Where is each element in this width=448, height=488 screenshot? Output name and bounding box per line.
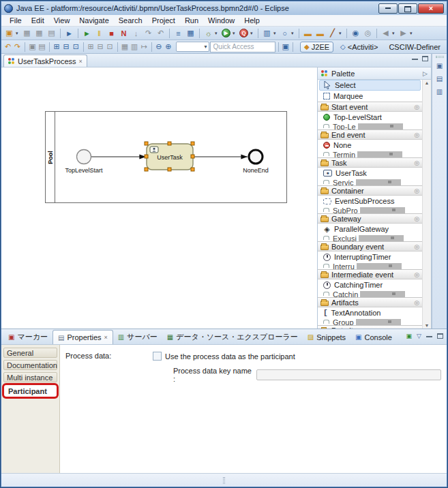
pin-drawer-icon[interactable]: ◎	[414, 327, 419, 329]
properties-tab-participant[interactable]: Participant	[5, 386, 56, 396]
palette-drawer-end-event[interactable]: End event ◎	[318, 129, 422, 140]
save-icon[interactable]: ▦	[21, 28, 33, 39]
palette-item-clipped[interactable]: Interru	[318, 262, 422, 269]
palette-header[interactable]: Palette ▷	[318, 67, 431, 80]
palette-item-top-levelstart[interactable]: Top-LevelStart	[318, 112, 422, 123]
properties-tab-documentation[interactable]: Documentation	[3, 360, 57, 370]
palette-item-catchingtimer[interactable]: CatchingTimer	[318, 279, 422, 290]
detach-view-icon[interactable]: ▣	[406, 333, 413, 339]
palette-drawer-intermediate-event[interactable]: Intermediate event ◎	[318, 269, 422, 279]
new-wizard-icon[interactable]: ▣	[3, 28, 15, 39]
paste-icon[interactable]: ▤	[38, 42, 46, 52]
palette-item-clipped[interactable]: Group	[318, 318, 422, 325]
miniature-view-icon[interactable]: ▥	[434, 86, 445, 97]
distribute-v-icon[interactable]: ⊟	[96, 42, 105, 52]
redo-icon[interactable]: ↷	[13, 42, 22, 52]
process-data-key-name-input[interactable]	[256, 369, 441, 380]
coverage-dropdown-icon[interactable]	[250, 31, 255, 36]
new-package-dropdown-icon[interactable]	[273, 31, 278, 36]
palette-item-clipped[interactable]: Servic	[318, 179, 422, 185]
match-size-icon[interactable]: ⊡	[106, 42, 115, 52]
pin-drawer-icon[interactable]: ◎	[414, 243, 419, 250]
menu-edit[interactable]: Edit	[27, 16, 48, 25]
editor-tab-usertaskprocess[interactable]: UserTaskProcess ×	[3, 55, 87, 67]
palette-item-clipped[interactable]: Termin	[318, 151, 422, 157]
grid-icon[interactable]: ▦	[120, 42, 129, 52]
stop-icon[interactable]: ■	[106, 28, 117, 39]
select-pointer-icon[interactable]: ►	[63, 28, 75, 39]
palette-item-eventsubprocess[interactable]: EventSubProcess	[318, 196, 422, 207]
close-tab-icon[interactable]: ×	[79, 58, 83, 65]
close-window-button[interactable]	[418, 3, 444, 14]
align-left-icon[interactable]: ⊞	[53, 42, 61, 52]
menu-window[interactable]: Window	[204, 16, 239, 25]
pin-drawer-icon[interactable]: ◎	[414, 132, 419, 138]
run-dropdown-icon[interactable]	[233, 31, 237, 36]
tab-data-source-explorer[interactable]: ▦ データ・ソース・エクスプローラー	[162, 330, 303, 344]
palette-item-interruptingtimer[interactable]: InterruptingTimer	[318, 251, 422, 262]
snap-icon[interactable]: ▥	[130, 42, 138, 52]
tab-properties[interactable]: ▤ Properties ×	[53, 330, 113, 344]
menu-project[interactable]: Project	[148, 16, 179, 25]
menu-view[interactable]: View	[50, 16, 74, 25]
properties-tab-general[interactable]: General	[3, 348, 57, 358]
menu-search[interactable]: Search	[115, 16, 147, 25]
menu-navigate[interactable]: Navigate	[75, 16, 113, 25]
close-tab-icon[interactable]: ×	[104, 334, 108, 341]
debug-icon[interactable]: ►	[81, 28, 93, 39]
palette-scrollbar[interactable]: ▲ ▼	[422, 80, 431, 329]
print-icon[interactable]: ▤	[46, 28, 57, 39]
external-tools-icon[interactable]: ☼	[203, 28, 214, 39]
tab-servers[interactable]: ▥ サーバー	[113, 330, 162, 344]
forward-dropdown-icon[interactable]	[410, 31, 415, 36]
tab-console[interactable]: ▣ Console	[350, 330, 397, 344]
pause-icon[interactable]: ‖	[93, 28, 105, 39]
minimize-view-icon[interactable]	[426, 335, 432, 337]
web-browser-icon[interactable]: ◉	[350, 28, 361, 39]
save-all-icon[interactable]: ▦	[33, 28, 45, 39]
use-process-data-checkbox[interactable]	[153, 352, 162, 361]
perspective-j2ee-button[interactable]: ◆ J2EE	[300, 42, 333, 52]
open-resource-icon[interactable]: ▬	[314, 28, 326, 39]
align-right-icon[interactable]: ⊡	[72, 42, 80, 52]
collapse-icon[interactable]: ↦	[140, 42, 149, 52]
new-web-icon[interactable]: ○	[279, 28, 290, 39]
open-folder-icon[interactable]: ▬	[302, 28, 314, 39]
outline-icon[interactable]: ▤	[434, 73, 445, 84]
tab-markers[interactable]: ▣ マーカー	[3, 330, 53, 344]
forward-icon[interactable]: ▶	[398, 28, 409, 39]
scroll-down-icon[interactable]: ▼	[425, 323, 430, 328]
external-tools-dropdown-icon[interactable]	[215, 31, 220, 36]
distribute-h-icon[interactable]: ⊞	[87, 42, 95, 52]
annotate-dropdown-icon[interactable]	[339, 31, 344, 36]
new-wizard-dropdown-icon[interactable]	[16, 31, 20, 36]
palette-item-clipped[interactable]: Exclusi	[318, 234, 422, 241]
palette-item-clipped[interactable]: Top-Le	[318, 123, 422, 129]
undo-icon[interactable]: ↶	[3, 42, 12, 52]
synchronize-icon[interactable]: ◎	[362, 28, 374, 39]
palette-item-clipped[interactable]: SubPro	[318, 207, 422, 213]
back-icon[interactable]: ◀	[380, 28, 391, 39]
new-web-dropdown-icon[interactable]	[291, 31, 296, 36]
layout-icon[interactable]: ▦	[185, 28, 196, 39]
quick-access-input[interactable]	[210, 42, 275, 52]
perspective-activiti-button[interactable]: ◇ <Activiti>	[336, 42, 382, 52]
palette-drawer-data-items[interactable]: Data items ◎	[318, 325, 422, 329]
step-return-icon[interactable]: ↶	[155, 28, 166, 39]
new-package-icon[interactable]: ▥	[261, 28, 273, 39]
pin-drawer-icon[interactable]: ◎	[414, 104, 419, 110]
palette-item-parallelgateway[interactable]: ◈ ParallelGateway	[318, 224, 422, 234]
pin-drawer-icon[interactable]: ◎	[414, 271, 419, 278]
palette-item-usertask[interactable]: ● UserTask	[318, 168, 422, 179]
palette-collapse-icon[interactable]: ▷	[423, 70, 428, 77]
filter-icon[interactable]: ≡	[173, 28, 184, 39]
palette-drawer-task[interactable]: Task ◎	[318, 157, 422, 168]
step-into-icon[interactable]: ↓	[130, 28, 142, 39]
diagram-canvas[interactable]: Pool TopLevelStart	[1, 67, 317, 329]
palette-item-none-end[interactable]: None	[318, 140, 422, 151]
zoom-level-combo[interactable]	[176, 42, 209, 52]
minimize-window-button[interactable]	[378, 3, 398, 14]
zoom-in-icon[interactable]: ⊕	[164, 42, 173, 52]
palette-tool-marquee[interactable]: Marquee	[318, 91, 422, 102]
relaunch-icon[interactable]: N	[118, 28, 130, 39]
